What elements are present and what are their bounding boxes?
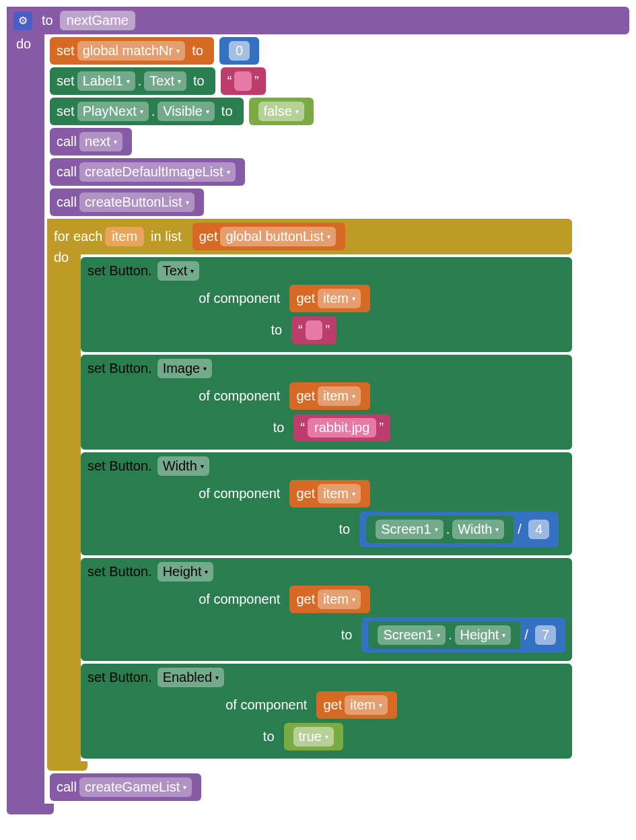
text-block[interactable]: “ ” xyxy=(221,67,266,95)
procedure-header[interactable]: ⚙ to nextGame xyxy=(7,7,629,34)
set-playnext-visible[interactable]: set PlayNext . Visible to false xyxy=(47,98,572,125)
procedure-name[interactable]: nextGame xyxy=(60,11,135,30)
component-dropdown[interactable]: PlayNext xyxy=(77,102,149,121)
math-divide[interactable]: Screen1 . Width / 4 xyxy=(359,512,559,547)
number-block[interactable]: 0 xyxy=(219,37,259,65)
property-dropdown[interactable]: Image xyxy=(157,359,213,378)
gear-icon[interactable]: ⚙ xyxy=(13,11,32,30)
bool-block[interactable]: false xyxy=(249,98,314,125)
set-button-text[interactable]: set Button. Text of component get item t… xyxy=(81,257,572,352)
set-button-height[interactable]: set Button. Height of component get item… xyxy=(81,558,572,661)
do-label: do xyxy=(54,250,69,265)
property-dropdown[interactable]: Enabled xyxy=(157,668,224,687)
set-button-width[interactable]: set Button. Width of component get item … xyxy=(81,452,572,555)
property-dropdown[interactable]: Width xyxy=(157,456,209,476)
procedure-block: ⚙ to nextGame do set global matchNr to 0… xyxy=(7,7,629,814)
property-dropdown[interactable]: Text xyxy=(157,261,200,281)
set-button-enabled[interactable]: set Button. Enabled of component get ite… xyxy=(81,664,572,759)
to-label: to xyxy=(42,13,53,28)
math-divide[interactable]: Screen1 . Height / 7 xyxy=(361,617,565,653)
set-button-image[interactable]: set Button. Image of component get item … xyxy=(81,355,572,450)
call-createdefaultimagelist[interactable]: call createDefaultImageList xyxy=(47,158,572,186)
property-dropdown[interactable]: Text xyxy=(144,71,186,91)
set-label1-text[interactable]: set Label1 . Text to “ ” xyxy=(47,67,572,95)
call-next[interactable]: call next xyxy=(47,128,572,155)
foreach-block[interactable]: for each item in list get global buttonL… xyxy=(47,219,572,771)
var-dropdown[interactable]: global buttonList xyxy=(220,227,336,246)
proc-dropdown[interactable]: createGameList xyxy=(79,777,192,797)
component-dropdown[interactable]: Label1 xyxy=(77,71,135,91)
procedure-leftbar xyxy=(7,7,44,814)
var-dropdown[interactable]: global matchNr xyxy=(77,41,186,61)
property-dropdown[interactable]: Visible xyxy=(157,102,215,121)
getter-block[interactable]: get global buttonList xyxy=(192,223,345,250)
call-createbuttonlist[interactable]: call createButtonList xyxy=(47,188,572,216)
call-creategamelist[interactable]: call createGameList xyxy=(47,773,572,801)
proc-dropdown[interactable]: createDefaultImageList xyxy=(79,162,236,182)
proc-dropdown[interactable]: createButtonList xyxy=(79,193,195,212)
set-global-matchnr[interactable]: set global matchNr to 0 xyxy=(47,37,572,65)
do-label: do xyxy=(16,36,31,52)
proc-dropdown[interactable]: next xyxy=(79,132,122,151)
loop-var[interactable]: item xyxy=(105,227,144,246)
property-dropdown[interactable]: Height xyxy=(157,562,214,582)
